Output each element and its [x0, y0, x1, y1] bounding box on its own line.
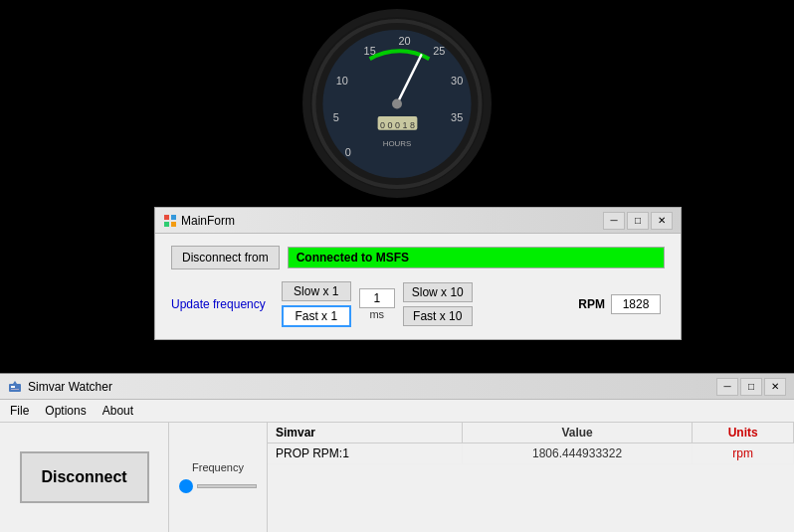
freq-left-buttons: Slow x 1 Fast x 1: [282, 281, 351, 327]
simvar-titlebar: Simvar Watcher ─ □ ✕: [0, 374, 794, 400]
simvar-table: Simvar Value Units PROP RPM:1 1806.44493…: [268, 423, 794, 532]
mainform-icon: [163, 214, 177, 228]
simvar-titlebar-controls: ─ □ ✕: [716, 378, 786, 396]
freq-center: ms: [359, 288, 395, 320]
disconnect-panel: Disconnect: [0, 423, 169, 532]
frequency-indicator-label: Frequency: [192, 461, 244, 473]
simvar-minimize-button[interactable]: ─: [716, 378, 738, 396]
mainform-title: MainForm: [181, 214, 235, 228]
ms-label: ms: [369, 308, 384, 320]
col-header-units: Units: [693, 423, 794, 443]
svg-rect-15: [164, 215, 169, 220]
cell-simvar: PROP RPM:1: [268, 443, 462, 464]
svg-rect-17: [164, 222, 169, 227]
svg-text:HOURS: HOURS: [383, 138, 412, 147]
freq-slider-row: [179, 479, 257, 493]
svg-marker-20: [13, 381, 17, 384]
ms-value-input[interactable]: [359, 288, 395, 308]
freq-dot: [179, 479, 193, 493]
frequency-rpm-row: Update frequency Slow x 1 Fast x 1 ms Sl…: [171, 281, 665, 327]
frequency-section: Update frequency Slow x 1 Fast x 1 ms Sl…: [171, 281, 473, 327]
simvar-menubar: File Options About: [0, 400, 794, 423]
slow-x10-button[interactable]: Slow x 10: [403, 282, 473, 302]
cell-units: rpm: [693, 443, 794, 464]
maximize-button[interactable]: □: [627, 212, 649, 230]
simvar-maximize-button[interactable]: □: [740, 378, 762, 396]
freq-indicator-panel: Frequency: [169, 423, 268, 532]
simvar-icon: [8, 380, 22, 394]
svg-text:5: 5: [333, 110, 339, 122]
simvar-close-button[interactable]: ✕: [764, 378, 786, 396]
menu-options[interactable]: Options: [39, 402, 92, 420]
rpm-gauge: 0 5 10 15 20 25 30 35 0 0 0 1 8 HO: [302, 9, 492, 198]
simvar-title: Simvar Watcher: [28, 380, 112, 394]
connect-row: Disconnect from Connected to MSFS: [171, 246, 665, 269]
close-button[interactable]: ✕: [651, 212, 673, 230]
connection-status: Connected to MSFS: [288, 247, 665, 268]
svg-rect-18: [171, 222, 176, 227]
titlebar-controls: ─ □ ✕: [603, 212, 673, 230]
svg-rect-16: [171, 215, 176, 220]
menu-file[interactable]: File: [4, 402, 35, 420]
col-header-value: Value: [462, 423, 693, 443]
disconnect-button[interactable]: Disconnect: [20, 451, 149, 503]
menu-about[interactable]: About: [97, 402, 139, 420]
fast-x1-button[interactable]: Fast x 1: [282, 305, 351, 327]
rpm-label: RPM: [578, 297, 605, 311]
minimize-button[interactable]: ─: [603, 212, 625, 230]
fast-x10-button[interactable]: Fast x 10: [403, 306, 473, 326]
svg-text:25: 25: [433, 45, 445, 57]
table-row: PROP RPM:1 1806.444933322 rpm: [268, 443, 794, 464]
svg-text:10: 10: [336, 75, 348, 87]
svg-text:35: 35: [451, 110, 463, 122]
cell-value: 1806.444933322: [462, 443, 693, 464]
mainform-titlebar: MainForm ─ □ ✕: [155, 208, 681, 234]
svg-rect-21: [11, 386, 15, 388]
freq-right-buttons: Slow x 10 Fast x 10: [403, 282, 473, 326]
slow-x1-button[interactable]: Slow x 1: [282, 281, 351, 301]
svg-text:20: 20: [398, 35, 410, 47]
mainform-window: MainForm ─ □ ✕ Disconnect from Connected…: [154, 207, 682, 340]
svg-point-11: [392, 98, 402, 108]
rpm-value: 1828: [611, 294, 661, 314]
disconnect-from-button[interactable]: Disconnect from: [171, 246, 280, 269]
simvar-watcher-window: Simvar Watcher ─ □ ✕ File Options About …: [0, 373, 794, 532]
svg-text:0 0 0 1 8: 0 0 0 1 8: [380, 119, 415, 129]
freq-slider[interactable]: [197, 484, 257, 488]
col-header-simvar: Simvar: [268, 423, 462, 443]
simvar-body: Disconnect Frequency Simvar Value Units: [0, 423, 794, 532]
svg-rect-22: [11, 389, 19, 390]
svg-text:30: 30: [451, 75, 463, 87]
svg-text:0: 0: [345, 145, 351, 157]
update-frequency-label: Update frequency: [171, 297, 266, 311]
rpm-section: RPM 1828: [578, 294, 665, 314]
